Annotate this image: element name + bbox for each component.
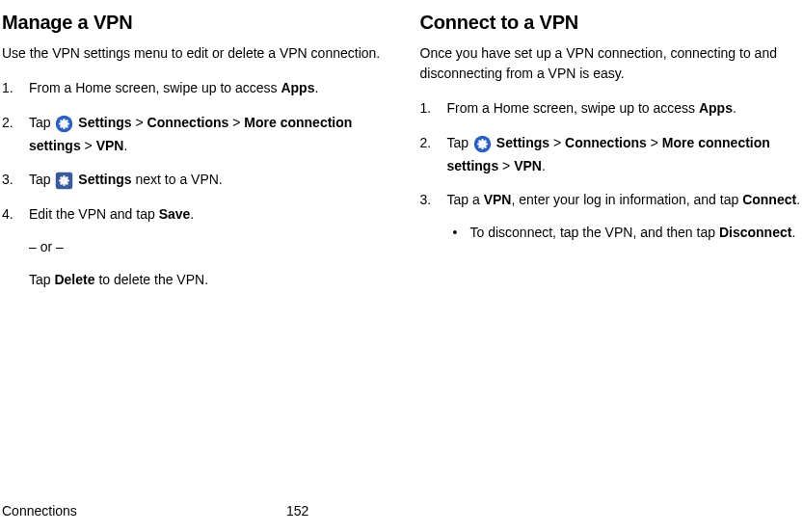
bullet-text: . [791, 225, 795, 240]
vpn-label: VPN [96, 138, 124, 153]
settings-icon [473, 135, 492, 153]
step-text: Tap [29, 172, 54, 187]
step-1: From a Home screen, swipe up to access A… [2, 77, 386, 100]
settings-label: Settings [74, 172, 131, 187]
breadcrumb-sep: > [498, 158, 514, 173]
step-text: Tap a [447, 192, 484, 207]
settings-label: Settings [74, 115, 131, 130]
step-text: . [123, 138, 127, 153]
breadcrumb-sep: > [549, 135, 565, 150]
step-2: Tap Settings > Connections > More connec… [420, 132, 804, 178]
step-text: Tap [29, 115, 54, 130]
step-text: . [796, 192, 800, 207]
step-text: From a Home screen, swipe up to access [29, 80, 281, 95]
settings-icon [55, 115, 73, 133]
breadcrumb-sep: > [228, 115, 244, 130]
right-column: Connect to a VPN Once you have set up a … [420, 12, 804, 304]
section-title-manage: Manage a VPN [2, 12, 386, 34]
vpn-label: VPN [484, 192, 512, 207]
footer-section: Connections [2, 503, 259, 519]
steps-manage: From a Home screen, swipe up to access A… [2, 77, 386, 292]
or-separator: – or – [29, 236, 386, 259]
sub-bullet: To disconnect, tap the VPN, and then tap… [447, 222, 804, 245]
delete-label: Delete [54, 272, 94, 287]
apps-label: Apps [281, 80, 314, 95]
step-alt: Tap Delete to delete the VPN. [29, 269, 386, 292]
footer-spacer [544, 503, 801, 519]
step-1: From a Home screen, swipe up to access A… [420, 97, 804, 120]
step-3: Tap a VPN, enter your log in information… [420, 189, 804, 245]
footer-page-number: 152 [259, 503, 544, 519]
disconnect-label: Disconnect [719, 225, 791, 240]
step-text: next to a VPN. [132, 172, 223, 187]
step-text: From a Home screen, swipe up to access [447, 100, 699, 116]
step-text: to delete the VPN. [95, 272, 209, 287]
step-4: Edit the VPN and tap Save. – or – Tap De… [2, 203, 386, 291]
step-text: Tap [447, 135, 472, 150]
vpn-label: VPN [514, 158, 542, 173]
intro-connect: Once you have set up a VPN connection, c… [420, 43, 804, 84]
step-text: . [314, 80, 318, 95]
step-2: Tap Settings > Connections > More connec… [2, 112, 386, 158]
gear-square-icon [55, 172, 73, 190]
steps-connect: From a Home screen, swipe up to access A… [420, 97, 804, 245]
step-text: . [733, 100, 736, 116]
step-text: Edit the VPN and tap [29, 206, 159, 222]
step-3: Tap Settings next to a VPN. [2, 169, 386, 192]
connections-label: Connections [147, 115, 229, 130]
step-text: Tap [29, 272, 54, 287]
section-title-connect: Connect to a VPN [420, 12, 804, 34]
bullet-text: To disconnect, tap the VPN, and then tap [470, 225, 719, 240]
page-footer: Connections 152 [2, 503, 801, 519]
step-text: , enter your log in information, and tap [511, 192, 742, 207]
left-column: Manage a VPN Use the VPN settings menu t… [2, 12, 386, 304]
apps-label: Apps [699, 100, 733, 116]
connect-label: Connect [742, 192, 796, 207]
step-text: . [190, 206, 194, 222]
settings-label: Settings [493, 135, 549, 150]
connections-label: Connections [565, 135, 647, 150]
breadcrumb-sep: > [81, 138, 96, 153]
breadcrumb-sep: > [647, 135, 662, 150]
save-label: Save [159, 206, 191, 222]
step-text: . [542, 158, 546, 173]
intro-manage: Use the VPN settings menu to edit or del… [2, 43, 386, 64]
breadcrumb-sep: > [132, 115, 147, 130]
